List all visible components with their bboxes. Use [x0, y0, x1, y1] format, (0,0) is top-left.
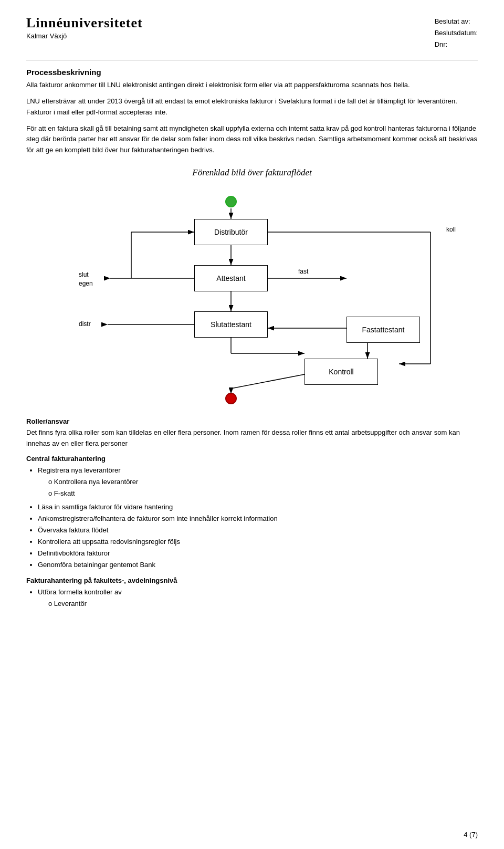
university-sub: Kalmar Växjö: [26, 32, 143, 40]
fakultets-section: Fakturahantering på fakultets-, avdelnin…: [26, 577, 478, 610]
end-circle: [225, 393, 237, 404]
list-item: Läsa in samtliga fakturor för vidare han…: [38, 501, 478, 513]
logo-block: Linnéuniversitetet Kalmar Växjö: [26, 16, 143, 40]
bullet-text: Övervaka faktura flödet: [38, 526, 108, 534]
university-name: Linnéuniversitetet: [26, 16, 143, 31]
bullet-text: Definitivbokföra fakturor: [38, 549, 110, 557]
fast-label: fast: [298, 268, 308, 275]
sub-bullet-text: Leverantör: [54, 600, 87, 607]
diagram-area: Distributör Attestant Slutattestant Fast…: [26, 186, 478, 407]
bullet-text: Läsa in samtliga fakturor för vidare han…: [38, 503, 173, 511]
koll-label: koll: [446, 226, 456, 233]
attestant-label: Attestant: [216, 274, 245, 282]
list-item: Kontrollera nya leverantörer: [48, 476, 478, 488]
slut-text: slut: [79, 271, 89, 278]
svg-line-7: [231, 374, 304, 389]
central-bullets-list: Registrera nya leverantörer Kontrollera …: [38, 465, 478, 571]
list-item: Leverantör: [48, 598, 478, 610]
fastattestant-box: Fastattestant: [346, 317, 420, 343]
list-item: Kontrollera att uppsatta redovisningsreg…: [38, 536, 478, 548]
attestant-box: Attestant: [194, 265, 268, 291]
central-heading: Central fakturahantering: [26, 455, 478, 463]
roller-text: Det finns fyra olika roller som kan till…: [26, 427, 478, 449]
kontroll-label: Kontroll: [329, 368, 353, 376]
intro-text-2: LNU eftersträvar att under 2013 övergå t…: [26, 96, 478, 118]
sub-bullet-text: Kontrollera nya leverantörer: [54, 478, 138, 486]
bullet-text: Genomföra betalningar gentemot Bank: [38, 561, 155, 569]
list-item: Genomföra betalningar gentemot Bank: [38, 559, 478, 571]
slutattestant-label: Slutattestant: [211, 320, 251, 329]
fakultets-heading: Fakturahantering på fakultets-, avdelnin…: [26, 577, 478, 584]
egen-text: egen: [79, 280, 93, 287]
slutattestant-box: Slutattestant: [194, 311, 268, 338]
distributor-label: Distributör: [214, 228, 248, 236]
header-divider: [26, 60, 478, 60]
list-item: Utföra formella kontroller av Leverantör: [38, 586, 478, 610]
header-meta: Beslutat av: Beslutsdatum: Dnr:: [435, 16, 478, 50]
list-item: Ankomstregistrera/felhantera de fakturor…: [38, 513, 478, 525]
diagram-title: Förenklad bild över fakturaflödet: [26, 167, 478, 178]
distributor-box: Distributör: [194, 219, 268, 245]
bullet-text: Ankomstregistrera/felhantera de fakturor…: [38, 515, 278, 522]
meta-beslutat: Beslutat av:: [435, 16, 478, 27]
intro-text-3: För att en faktura skall gå till betalni…: [26, 123, 478, 156]
list-item: Definitivbokföra fakturor: [38, 548, 478, 559]
bullet-text: Utföra formella kontroller av: [38, 588, 122, 596]
bullet-text: Registrera nya leverantörer: [38, 466, 121, 474]
header: Linnéuniversitetet Kalmar Växjö Beslutat…: [26, 16, 478, 50]
sub-list: Leverantör: [48, 598, 478, 610]
page-number: 4 (7): [464, 831, 478, 838]
slut-egen-label: slut egen: [79, 270, 93, 288]
bullet-text: Kontrollera att uppsatta redovisningsreg…: [38, 538, 180, 546]
list-item: Övervaka faktura flödet: [38, 525, 478, 536]
intro-text-1: Alla fakturor ankommer till LNU elektron…: [26, 80, 478, 91]
fastattestant-label: Fastattestant: [362, 326, 405, 334]
sub-list: Kontrollera nya leverantörer F-skatt: [48, 476, 478, 499]
list-item: Registrera nya leverantörer Kontrollera …: [38, 465, 478, 499]
meta-dnr: Dnr:: [435, 39, 478, 50]
section-title: Processbeskrivning: [26, 68, 478, 77]
start-circle: [225, 196, 237, 207]
list-item: F-skatt: [48, 488, 478, 499]
meta-beslutsdatum: Beslutsdatum:: [435, 27, 478, 39]
distr-label: distr: [79, 320, 91, 328]
sub-bullet-text: F-skatt: [54, 489, 75, 497]
roller-heading: Roller/ansvar: [26, 417, 478, 425]
central-section: Central fakturahantering Registrera nya …: [26, 455, 478, 571]
fakultets-bullets-list: Utföra formella kontroller av Leverantör: [38, 586, 478, 610]
kontroll-box: Kontroll: [304, 359, 378, 385]
